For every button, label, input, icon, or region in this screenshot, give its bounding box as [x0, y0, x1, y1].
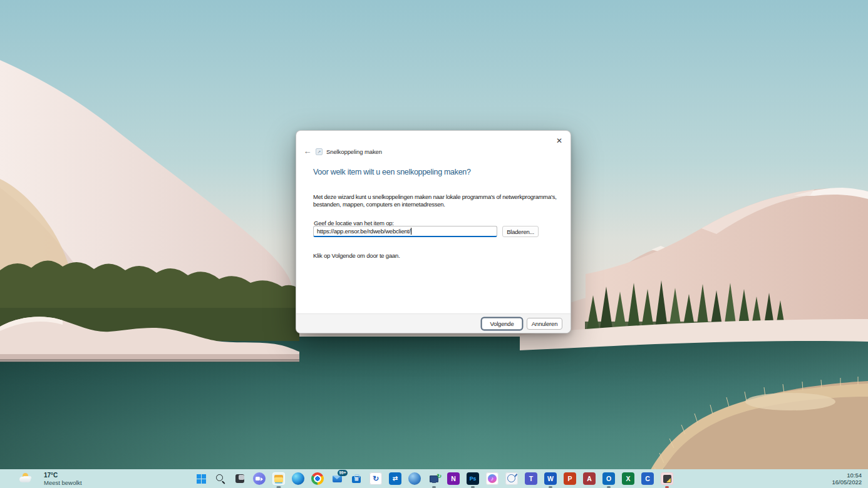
shortcut-wizard-icon: ↗	[316, 148, 323, 155]
clock-time: 10:54	[832, 472, 862, 479]
outlook-icon[interactable]: O	[602, 472, 615, 485]
outlook-glyph: O	[606, 472, 611, 485]
weather-temperature: 17°C	[44, 472, 82, 479]
remote-config-glyph: ↻	[437, 470, 442, 482]
app-c-glyph: C	[645, 472, 650, 485]
running-indicator	[277, 486, 281, 488]
access-icon[interactable]: A	[583, 472, 596, 485]
dialog-title: Snelkoppeling maken	[326, 148, 382, 155]
clock-widget[interactable]: 10:54 16/05/2022	[832, 469, 862, 488]
clock-date: 16/05/2022	[832, 479, 862, 486]
photoshop-icon[interactable]: Ps	[467, 472, 479, 485]
file-explorer-icon[interactable]	[272, 472, 285, 485]
running-indicator	[607, 486, 611, 488]
app-c-icon[interactable]: C	[641, 472, 654, 485]
dialog-header: ← ↗ Snelkoppeling maken	[301, 146, 382, 156]
close-icon[interactable]: ✕	[553, 135, 566, 147]
word-glyph: W	[547, 472, 554, 485]
weather-condition: Meest bewolkt	[44, 479, 82, 486]
onenote-glyph: N	[451, 472, 456, 485]
teamviewer-icon[interactable]: ⇄	[389, 472, 401, 485]
store-glyph: ⊞	[350, 472, 363, 486]
teamviewer-glyph: ⇄	[393, 472, 398, 485]
photoshop-glyph: Ps	[470, 472, 476, 485]
sync-app-glyph: ↻	[373, 472, 379, 485]
chat-icon[interactable]	[253, 472, 266, 485]
search-icon[interactable]	[214, 472, 227, 485]
text-caret	[411, 228, 411, 235]
start-icon[interactable]	[195, 472, 207, 485]
running-indicator	[549, 486, 552, 488]
unread-badge: 99+	[338, 470, 348, 476]
powerpoint-glyph: P	[567, 472, 572, 485]
location-value: https://app.ensor.be/rdweb/webclient/	[317, 228, 410, 235]
excel-glyph: X	[626, 472, 630, 485]
remote-config-icon[interactable]: ↻	[428, 472, 440, 485]
taskbar-icon-group: 99+⊞↻⇄↻NPs♪TWPAOXC	[195, 469, 673, 488]
chrome-icon[interactable]	[311, 472, 324, 485]
mail-icon[interactable]: 99+	[331, 472, 343, 485]
excel-icon[interactable]: X	[622, 472, 634, 485]
create-shortcut-dialog: ✕ ← ↗ Snelkoppeling maken Voor welk item…	[296, 130, 571, 333]
running-indicator	[432, 486, 436, 488]
cancel-button[interactable]: Annuleren	[527, 318, 562, 330]
browse-button[interactable]: Bladeren...	[502, 226, 539, 237]
edge-icon[interactable]	[292, 472, 304, 485]
next-button[interactable]: Volgende	[482, 318, 522, 330]
blue-app-icon[interactable]	[408, 472, 421, 485]
access-glyph: A	[587, 472, 592, 485]
ring-app-icon[interactable]	[505, 472, 518, 485]
running-indicator	[665, 486, 669, 488]
description-line: Met deze wizard kunt u snelkoppelingen m…	[313, 193, 557, 201]
wizard-heading: Voor welk item wilt u een snelkoppeling …	[313, 168, 471, 176]
onenote-icon[interactable]: N	[447, 472, 460, 485]
wizard-description: Met deze wizard kunt u snelkoppelingen m…	[313, 193, 557, 208]
powerpoint-icon[interactable]: P	[564, 472, 576, 485]
desktop: ✕ ← ↗ Snelkoppeling maken Voor welk item…	[0, 0, 868, 488]
itunes-glyph: ♪	[491, 472, 494, 485]
store-icon[interactable]: ⊞	[350, 472, 363, 485]
description-line: bestanden, mappen, computers en internet…	[313, 201, 557, 208]
sync-app-icon[interactable]: ↻	[369, 472, 382, 485]
teams-icon[interactable]: T	[525, 472, 537, 485]
weather-widget[interactable]: 17°C Meest bewolkt	[19, 469, 82, 488]
sticky-notes-icon[interactable]	[661, 472, 673, 485]
teams-glyph: T	[529, 472, 533, 485]
task-view-icon[interactable]	[234, 472, 246, 485]
word-icon[interactable]: W	[544, 472, 557, 485]
partly-cloudy-icon	[19, 472, 36, 485]
back-icon[interactable]: ←	[301, 147, 314, 156]
location-input[interactable]: https://app.ensor.be/rdweb/webclient/	[313, 226, 497, 237]
dialog-footer: Volgende Annuleren	[296, 313, 571, 333]
next-hint: Klik op Volgende om door te gaan.	[313, 252, 400, 259]
running-indicator	[471, 486, 475, 488]
taskbar: 17°C Meest bewolkt 99+⊞↻⇄↻NPs♪TWPAOXC 10…	[0, 469, 868, 488]
itunes-icon[interactable]: ♪	[486, 472, 499, 485]
